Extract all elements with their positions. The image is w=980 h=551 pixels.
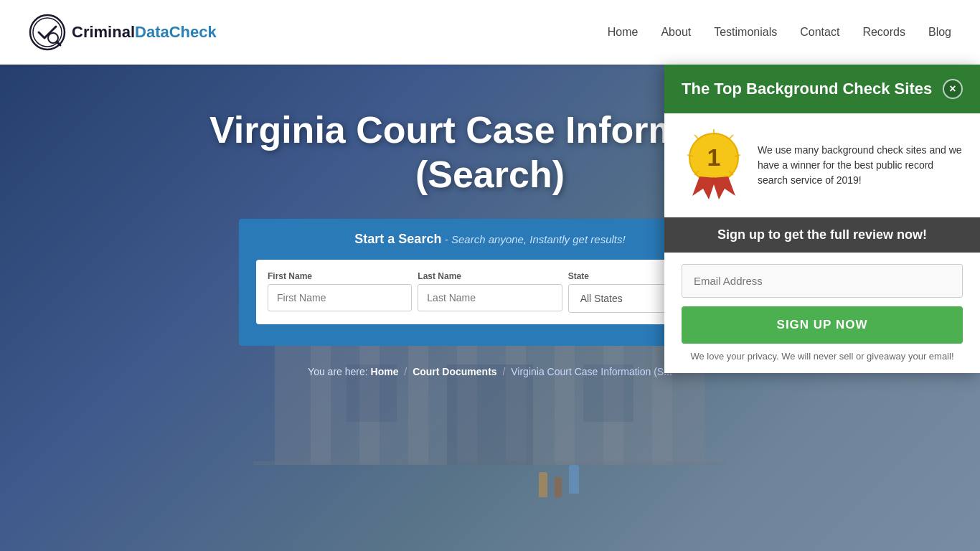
figure-3 xyxy=(569,465,579,494)
site-header: CriminalDataCheck Home About Testimonial… xyxy=(0,0,980,65)
popup-email-input[interactable] xyxy=(682,264,963,298)
search-label-italic: - Search anyone, Instantly get results! xyxy=(445,233,626,245)
popup-title: The Top Background Check Sites xyxy=(682,80,932,98)
nav-testimonials[interactable]: Testimonials xyxy=(714,26,777,39)
search-label-bold: Start a Search xyxy=(354,232,441,246)
logo[interactable]: CriminalDataCheck xyxy=(29,14,217,51)
people-figures xyxy=(539,465,579,494)
popup-signup-bar: Sign up to get the full review now! xyxy=(664,217,980,253)
svg-marker-31 xyxy=(712,176,735,199)
popup-form: SIGN UP NOW We love your privacy. We wil… xyxy=(664,253,980,373)
figure-2 xyxy=(555,477,562,497)
last-name-group: Last Name xyxy=(418,271,562,313)
svg-text:1: 1 xyxy=(707,143,721,171)
search-fields: First Name Last Name State All States Al… xyxy=(256,260,724,324)
breadcrumb-current: Virginia Court Case Information (S... xyxy=(511,366,672,377)
svg-line-3 xyxy=(57,42,60,45)
breadcrumb-sep1: / xyxy=(404,366,410,377)
popup-header: The Top Background Check Sites × xyxy=(664,65,980,113)
first-name-label: First Name xyxy=(268,271,412,281)
popup-signup-heading: Sign up to get the full review now! xyxy=(717,227,927,242)
nav-home[interactable]: Home xyxy=(608,26,639,39)
popup-modal: The Top Background Check Sites × xyxy=(664,65,980,373)
popup-close-button[interactable]: × xyxy=(943,79,963,99)
svg-line-22 xyxy=(729,135,733,139)
nav-records[interactable]: Records xyxy=(862,26,905,39)
popup-privacy-text: We love your privacy. We will never sell… xyxy=(682,351,963,362)
breadcrumb-prefix: You are here: xyxy=(308,366,370,377)
nav-blog[interactable]: Blog xyxy=(928,26,951,39)
breadcrumb-sep2: / xyxy=(502,366,508,377)
popup-body: 1 We use many background check sites and… xyxy=(664,113,980,217)
nav-about[interactable]: About xyxy=(661,26,691,39)
first-name-group: First Name xyxy=(268,271,412,313)
breadcrumb-home[interactable]: Home xyxy=(371,366,399,377)
logo-text: CriminalDataCheck xyxy=(72,23,217,42)
figure-1 xyxy=(539,472,547,497)
svg-line-28 xyxy=(694,135,699,139)
first-name-input[interactable] xyxy=(268,284,412,311)
last-name-label: Last Name xyxy=(418,271,562,281)
award-badge: 1 xyxy=(682,128,746,202)
main-nav: Home About Testimonials Contact Records … xyxy=(608,26,951,39)
last-name-input[interactable] xyxy=(418,284,562,311)
search-label: Start a Search - Search anyone, Instantl… xyxy=(256,232,724,247)
nav-contact[interactable]: Contact xyxy=(800,26,839,39)
popup-submit-button[interactable]: SIGN UP NOW xyxy=(682,306,963,344)
breadcrumb: You are here: Home / Court Documents / V… xyxy=(308,366,672,377)
breadcrumb-court[interactable]: Court Documents xyxy=(413,366,496,377)
logo-icon xyxy=(29,14,66,51)
popup-body-text: We use many background check sites and w… xyxy=(758,143,963,188)
